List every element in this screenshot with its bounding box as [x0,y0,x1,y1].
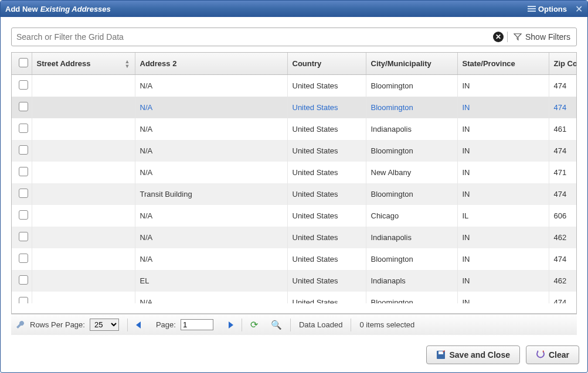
grid-body-scroll[interactable]: N/AUnited StatesBloomingtonIN474N/AUnite… [12,75,577,303]
rows-per-page-select[interactable]: 25 [90,319,119,331]
table-row[interactable]: N/AUnited StatesBloomingtonIN474 [12,97,577,118]
cell-addr2: N/A [135,248,287,270]
row-checkbox[interactable] [19,102,28,111]
pager-bar: Rows Per Page: 25 Page: ⟳ 🔍 Data Loaded … [11,314,577,335]
cell-street [32,75,135,97]
svg-rect-1 [439,351,443,354]
table-row[interactable]: N/AUnited StatesIndianapolisIN462 [12,227,577,248]
cell-street [32,183,135,205]
show-filters-label: Show Filters [525,32,570,42]
table-row[interactable]: N/AUnited StatesNew AlbanyIN471 [12,162,577,183]
clear-label: Clear [549,350,569,360]
options-icon [528,5,536,13]
cell-zip: 462 [549,270,577,292]
search-input[interactable] [15,32,493,42]
header-city[interactable]: City/Municipality [366,53,457,75]
table-row[interactable]: N/AUnited StatesBloomingtonIN474 [12,248,577,270]
row-checkbox[interactable] [19,124,28,133]
cell-street [32,140,135,162]
cell-city: Bloomington [366,97,457,118]
table-row[interactable]: Transit BuildingUnited StatesBloomington… [12,183,577,205]
options-label: Options [538,5,567,13]
next-page-button[interactable] [229,321,233,328]
cell-state: IN [457,75,549,97]
header-checkbox[interactable] [12,53,32,75]
row-checkbox[interactable] [19,297,28,303]
cell-city: Indianapls [366,270,457,292]
cell-state: IN [457,248,549,270]
cell-country: United States [287,75,366,97]
data-grid: Street Address▲▼ Address 2 Country City/… [11,52,577,314]
row-checkbox[interactable] [19,80,28,90]
row-checkbox[interactable] [19,145,28,155]
page-input[interactable] [181,319,213,330]
row-checkbox[interactable] [19,254,28,263]
header-street[interactable]: Street Address▲▼ [32,53,135,75]
cell-zip: 474 [549,97,577,118]
table-row[interactable]: N/AUnited StatesChicagoIL606 [12,205,577,227]
header-country[interactable]: Country [287,53,366,75]
show-filters-button[interactable]: Show Filters [508,32,576,42]
wrench-icon[interactable] [16,320,25,330]
cell-country: United States [287,248,366,270]
row-checkbox[interactable] [19,275,28,285]
header-addr2[interactable]: Address 2 [135,53,287,75]
table-row[interactable]: N/AUnited StatesBloomingtonIN474 [12,140,577,162]
cell-street [32,118,135,140]
header-zip[interactable]: Zip Code [549,53,577,75]
cell-addr2: N/A [135,118,287,140]
row-checkbox[interactable] [19,232,28,241]
cell-country: United States [287,227,366,248]
table-row[interactable]: ELUnited StatesIndianaplsIN462 [12,270,577,292]
cell-state: IN [457,227,549,248]
table-row[interactable]: N/AUnited StatesIndianapolisIN461 [12,118,577,140]
cell-addr2: N/A [135,205,287,227]
row-checkbox[interactable] [19,210,28,220]
title-bar: Add New Existing Addresses Options ✕ [1,1,587,17]
cell-street [32,270,135,292]
filter-bar: ✕ Show Filters [11,28,577,46]
sort-icon: ▲▼ [125,59,130,69]
cell-state: IN [457,140,549,162]
save-and-close-button[interactable]: Save and Close [426,345,520,364]
zoom-icon[interactable]: 🔍 [271,320,282,330]
row-checkbox[interactable] [19,167,28,176]
header-state[interactable]: State/Province [457,53,549,75]
clear-button[interactable]: Clear [526,345,579,364]
cell-street [32,292,135,303]
cell-country: United States [287,162,366,183]
prev-page-button[interactable] [136,321,141,328]
table-row[interactable]: N/AUnited StatesBloomingtonIN474 [12,292,577,303]
cell-zip: 471 [549,162,577,183]
cell-country: United States [287,292,366,303]
pager-selection: 0 items selected [359,320,414,329]
cell-city: Bloomington [366,75,457,97]
clear-search-icon[interactable]: ✕ [493,32,504,42]
cell-city: Bloomington [366,248,457,270]
dialog-window: Add New Existing Addresses Options ✕ ✕ S… [0,0,588,373]
cell-street [32,205,135,227]
cell-city: Chicago [366,205,457,227]
cell-country: United States [287,97,366,118]
title-name: Existing Addresses [40,5,111,13]
cell-street [32,97,135,118]
cell-addr2: N/A [135,140,287,162]
row-checkbox[interactable] [19,189,28,198]
cell-state: IN [457,118,549,140]
cell-addr2: Transit Building [135,183,287,205]
cell-country: United States [287,270,366,292]
cell-city: Indianapolis [366,227,457,248]
page-label: Page: [156,320,176,329]
refresh-icon[interactable]: ⟳ [250,319,258,330]
pager-status: Data Loaded [299,320,342,329]
options-button[interactable]: Options [528,5,567,13]
cell-country: United States [287,183,366,205]
cell-city: New Albany [366,162,457,183]
cell-street [32,162,135,183]
cell-state: IN [457,183,549,205]
table-row[interactable]: N/AUnited StatesBloomingtonIN474 [12,75,577,97]
select-all-checkbox[interactable] [19,58,28,67]
cell-addr2: N/A [135,227,287,248]
title-prefix: Add New [5,5,38,13]
close-icon[interactable]: ✕ [575,4,583,15]
